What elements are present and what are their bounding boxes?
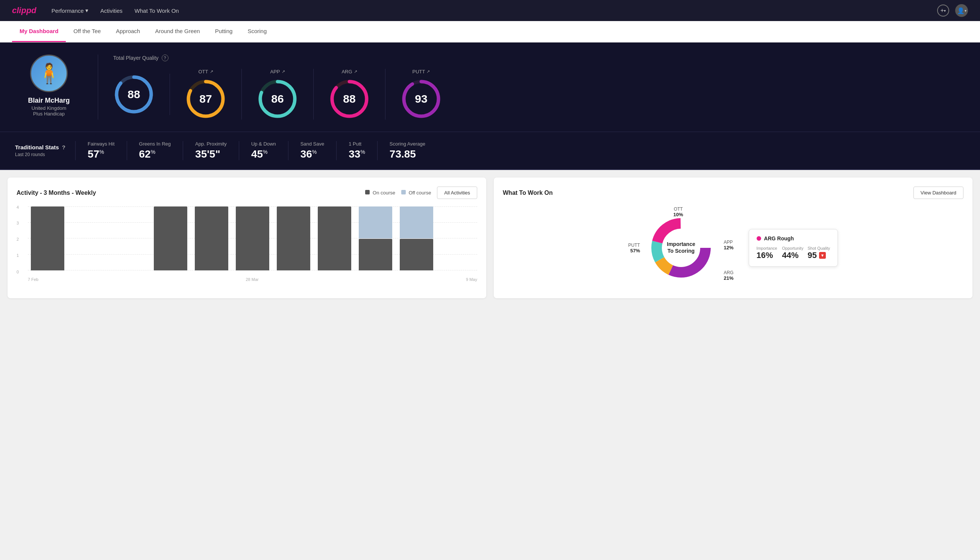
stat-up-down-value: 45%	[251, 148, 268, 160]
nav-activities[interactable]: Activities	[100, 8, 123, 14]
stat-one-putt: 1 Putt 33%	[336, 141, 377, 160]
help-icon[interactable]: ?	[162, 55, 168, 61]
stat-sand-save: Sand Save 36%	[288, 141, 336, 160]
tab-off-the-tee[interactable]: Off the Tee	[66, 21, 108, 42]
tab-scoring[interactable]: Scoring	[240, 21, 274, 42]
down-badge: ▼	[819, 252, 826, 259]
tooltip-dot	[757, 236, 761, 241]
score-arg: ARG ↗ 88	[314, 69, 386, 120]
circle-overall: 88	[113, 74, 155, 115]
bar-group	[110, 207, 149, 270]
stat-sand-save-value: 36%	[301, 148, 317, 160]
divider	[98, 55, 98, 120]
player-handicap: Plus Handicap	[33, 111, 65, 117]
wtwon-title: What To Work On	[503, 190, 553, 196]
donut-label-putt: PUTT 57%	[628, 243, 640, 253]
score-ott-value: 87	[199, 93, 212, 105]
avatar-image: 🧍	[37, 62, 61, 85]
stat-greens-in-reg-value: 62%	[139, 148, 156, 160]
arg-tooltip-card: ARG Rough Importance 16% Opportunity 44%…	[749, 229, 838, 267]
stats-help-icon[interactable]: ?	[62, 144, 65, 150]
view-dashboard-button[interactable]: View Dashboard	[913, 187, 963, 199]
metric-shot-quality: Shot Quality 95 ▼	[807, 246, 830, 260]
donut-label-app: APP 12%	[724, 240, 734, 250]
circle-app: 86	[257, 78, 298, 120]
bar-group	[315, 207, 354, 270]
player-info: 🧍 Blair McHarg United Kingdom Plus Handi…	[15, 55, 83, 117]
avatar: 🧍	[30, 55, 68, 92]
tab-putting[interactable]: Putting	[208, 21, 240, 42]
on-course-bar	[195, 207, 228, 270]
stat-fairways-hit-value: 57%	[88, 148, 104, 160]
off-course-bar	[400, 207, 433, 238]
nav-what-to-work-on[interactable]: What To Work On	[135, 8, 179, 14]
stat-app-proximity-value: 35'5"	[195, 148, 220, 160]
wtwon-card-header: What To Work On View Dashboard	[503, 187, 963, 199]
metric-opportunity: Opportunity 44%	[782, 246, 805, 260]
stats-title: Traditional Stats ?	[15, 144, 75, 150]
bar-group	[28, 207, 67, 270]
tab-approach[interactable]: Approach	[108, 21, 147, 42]
off-course-bar	[359, 207, 392, 238]
donut-section: PUTT 57% OTT 10% APP 12% ARG 21%	[503, 207, 963, 289]
circle-ott: 87	[185, 78, 226, 120]
circle-arg: 88	[329, 78, 370, 120]
stat-up-down: Up & Down 45%	[239, 141, 288, 160]
stat-greens-in-reg: Greens In Reg 62%	[127, 141, 183, 160]
tab-around-the-green[interactable]: Around the Green	[147, 21, 207, 42]
stats-subtitle: Last 20 rounds	[15, 152, 75, 157]
donut-label-arg: ARG 21%	[724, 270, 734, 281]
plus-icon: +	[940, 7, 944, 14]
score-ott-label: OTT ↗	[198, 69, 213, 75]
legend-off-course: Off course	[401, 190, 431, 195]
score-app-value: 86	[271, 93, 284, 105]
stats-label: Traditional Stats ? Last 20 rounds	[15, 144, 75, 157]
on-course-bar	[318, 207, 351, 270]
user-icon: 👤	[957, 7, 965, 14]
bar-group	[69, 207, 108, 270]
tooltip-title: ARG Rough	[757, 235, 830, 242]
score-circles: 88 OTT ↗ 87 AP	[113, 69, 965, 120]
stat-scoring-average: Scoring Average 73.85	[377, 141, 438, 160]
score-overall: 88	[113, 74, 170, 115]
trend-icon: ↗	[354, 69, 357, 74]
stat-one-putt-value: 33%	[349, 148, 365, 160]
chevron-down-icon: ▾	[85, 7, 88, 14]
bar-group	[356, 207, 395, 270]
metric-importance: Importance 16%	[757, 246, 779, 260]
user-avatar[interactable]: 👤 ▾	[955, 4, 968, 17]
chart-legend: On course Off course	[365, 190, 431, 195]
on-course-bar	[277, 207, 310, 270]
legend-on-course: On course	[365, 190, 395, 195]
tab-my-dashboard[interactable]: My Dashboard	[12, 21, 66, 42]
nav-right: + ▾ 👤 ▾	[937, 4, 968, 17]
on-course-bar	[359, 239, 392, 271]
tooltip-metrics: Importance 16% Opportunity 44% Shot Qual…	[757, 246, 830, 260]
activity-chart-title: Activity - 3 Months - Weekly	[17, 190, 96, 196]
trend-icon: ↗	[210, 69, 213, 74]
bars-area	[28, 207, 477, 270]
score-overall-value: 88	[128, 88, 140, 101]
logo[interactable]: clippd	[12, 6, 37, 15]
chevron-icon: ▾	[944, 8, 946, 13]
y-label-3: 3	[17, 221, 19, 225]
svg-text:Importance: Importance	[667, 241, 695, 247]
nav-links: Performance ▾ Activities What To Work On	[52, 7, 179, 14]
bar-group	[274, 207, 313, 270]
svg-text:To Scoring: To Scoring	[667, 248, 695, 254]
bar-group	[233, 207, 272, 270]
player-name: Blair McHarg	[28, 97, 70, 105]
bar-group	[438, 207, 477, 270]
score-ott: OTT ↗ 87	[170, 69, 242, 120]
all-activities-button[interactable]: All Activities	[437, 187, 477, 199]
add-button[interactable]: + ▾	[937, 5, 949, 17]
activity-card-header: Activity - 3 Months - Weekly On course O…	[17, 187, 477, 199]
nav-performance[interactable]: Performance ▾	[52, 7, 88, 14]
score-arg-value: 88	[343, 93, 355, 105]
on-course-dot	[365, 190, 369, 195]
trend-icon: ↗	[426, 69, 430, 74]
activity-chart: 0 1 2 3 4 7 Feb 28 Mar 9 May	[17, 207, 477, 282]
navbar: clippd Performance ▾ Activities What To …	[0, 0, 980, 21]
trend-icon: ↗	[282, 69, 285, 74]
chevron-down-icon: ▾	[965, 8, 967, 13]
